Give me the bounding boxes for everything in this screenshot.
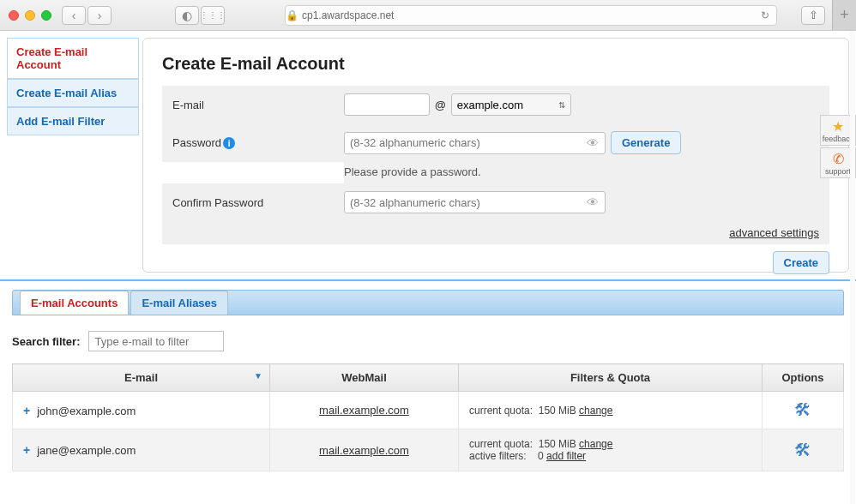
- minimize-window-icon[interactable]: [25, 10, 35, 21]
- th-filters[interactable]: Filters & Quota: [459, 364, 763, 392]
- info-icon[interactable]: i: [223, 137, 235, 149]
- tabs-bar: E-mail Accounts E-mail Aliases: [12, 290, 844, 315]
- webmail-link[interactable]: mail.example.com: [319, 444, 409, 457]
- lifebuoy-icon: ✆: [833, 151, 844, 167]
- forward-button[interactable]: ›: [87, 6, 112, 25]
- sidebar-item-create-alias[interactable]: Create E-mail Alias: [7, 79, 139, 107]
- search-input[interactable]: [88, 331, 224, 351]
- new-tab-button[interactable]: +: [832, 0, 856, 30]
- email-accounts-table: E-mail▼ WebMail Filters & Quota Options …: [12, 363, 844, 471]
- webmail-link[interactable]: mail.example.com: [319, 404, 409, 417]
- label-confirm: Confirm Password: [172, 196, 344, 209]
- chevron-updown-icon: ⇅: [558, 100, 565, 110]
- sort-desc-icon: ▼: [254, 371, 262, 381]
- table-row: +jane@example.com mail.example.com curre…: [13, 429, 844, 471]
- options-icon[interactable]: 🛠: [794, 441, 811, 460]
- create-button[interactable]: Create: [773, 251, 829, 274]
- shield-icon[interactable]: ◐: [175, 6, 199, 25]
- maximize-window-icon[interactable]: [41, 10, 51, 21]
- change-quota-link[interactable]: change: [579, 405, 612, 417]
- sidebar: Create E-mail Account Create E-mail Alia…: [7, 38, 139, 273]
- eye-off-icon[interactable]: 👁: [587, 195, 599, 209]
- advanced-settings-link[interactable]: advanced settings: [162, 221, 829, 244]
- password-input[interactable]: [344, 132, 606, 154]
- panel-title: Create E-mail Account: [162, 54, 829, 74]
- reload-icon[interactable]: ↻: [761, 9, 769, 21]
- expand-icon[interactable]: +: [23, 443, 30, 457]
- email-input[interactable]: [344, 93, 430, 116]
- label-email: E-mail: [172, 99, 344, 111]
- email-cell: jane@example.com: [37, 444, 136, 457]
- traffic-lights: [9, 10, 51, 21]
- share-button[interactable]: ⇧: [801, 6, 825, 25]
- tab-email-aliases[interactable]: E-mail Aliases: [130, 291, 228, 315]
- star-icon: ★: [832, 118, 844, 135]
- url-text: cp1.awardspace.net: [302, 9, 394, 21]
- row-confirm: Confirm Password 👁: [162, 183, 829, 221]
- table-row: +john@example.com mail.example.com curre…: [13, 392, 844, 429]
- change-quota-link[interactable]: change: [579, 438, 612, 450]
- add-filter-link[interactable]: add filter: [546, 450, 586, 462]
- sidebar-item-add-filter[interactable]: Add E-mail Filter: [7, 107, 139, 135]
- password-help: Please provide a password.: [344, 162, 829, 183]
- search-label: Search filter:: [12, 335, 80, 348]
- label-password: Passwordi: [172, 136, 344, 150]
- generate-button[interactable]: Generate: [611, 131, 681, 154]
- row-email: E-mail @ example.com ⇅: [162, 86, 829, 123]
- options-icon[interactable]: 🛠: [794, 400, 811, 420]
- close-window-icon[interactable]: [9, 10, 19, 21]
- eye-off-icon[interactable]: 👁: [587, 136, 599, 150]
- domain-select[interactable]: example.com ⇅: [451, 93, 571, 116]
- th-webmail[interactable]: WebMail: [270, 364, 459, 392]
- back-button[interactable]: ‹: [62, 6, 86, 25]
- row-password: Passwordi 👁 Generate: [162, 123, 829, 162]
- browser-toolbar: ‹ › ◐ ⋮⋮⋮ 🔒 cp1.awardspace.net ↻ ⇧ +: [0, 0, 856, 31]
- th-options[interactable]: Options: [763, 364, 844, 392]
- expand-icon[interactable]: +: [23, 404, 30, 417]
- grid-icon[interactable]: ⋮⋮⋮: [201, 6, 225, 25]
- lock-icon: 🔒: [286, 9, 298, 21]
- tab-email-accounts[interactable]: E-mail Accounts: [20, 291, 129, 315]
- sidebar-item-create-account[interactable]: Create E-mail Account: [7, 38, 139, 79]
- url-bar[interactable]: 🔒 cp1.awardspace.net ↻: [285, 5, 777, 26]
- create-email-panel: Create E-mail Account E-mail @ example.c…: [142, 38, 849, 273]
- scrollbar[interactable]: [850, 31, 855, 504]
- confirm-password-input[interactable]: [344, 191, 606, 213]
- th-email[interactable]: E-mail▼: [13, 364, 270, 392]
- email-cell: john@example.com: [37, 405, 136, 417]
- at-sign: @: [435, 99, 446, 111]
